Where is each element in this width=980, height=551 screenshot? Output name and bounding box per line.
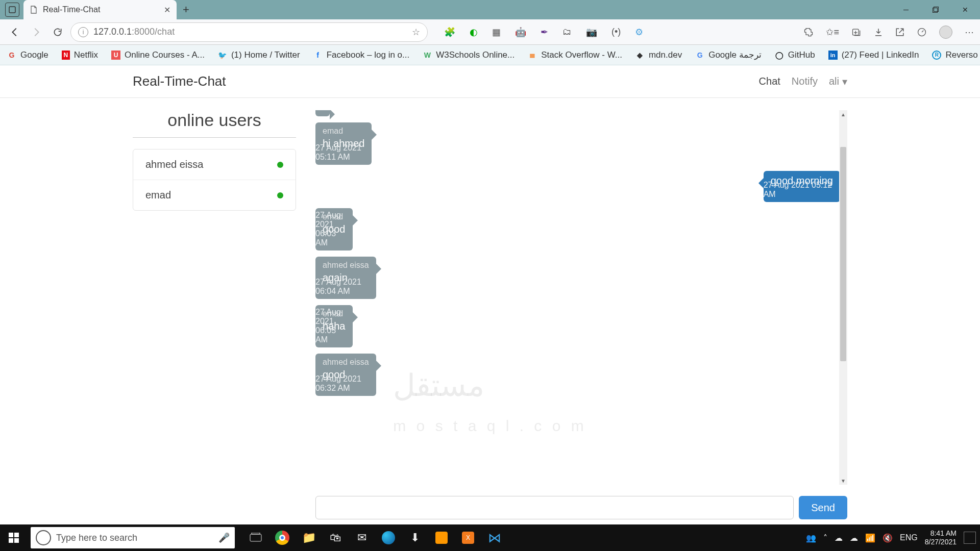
nav-chat[interactable]: Chat — [759, 76, 780, 87]
window-close-button[interactable]: ✕ — [950, 0, 980, 19]
messages-list: 27 Aug 2021 05:11 AM emad hi ahmed 27 Au… — [315, 110, 847, 485]
bookmark-github[interactable]: ◯GitHub — [775, 50, 815, 60]
taskbar-app-vscode[interactable]: ⋈ — [484, 527, 505, 548]
scroll-up-icon[interactable]: ▲ — [839, 110, 847, 118]
task-view-icon[interactable] — [245, 527, 266, 548]
extension-icon[interactable]: (•) — [611, 27, 621, 37]
refresh-button[interactable] — [49, 23, 66, 41]
tray-onedrive-icon[interactable]: ☁ — [835, 533, 843, 543]
address-bar[interactable]: i 127.0.0.1:8000/chat ☆ — [70, 22, 428, 42]
bookmark-udemy[interactable]: UOnline Courses - A... — [111, 50, 205, 60]
taskbar-app-sublime[interactable] — [431, 527, 452, 548]
profile-icon[interactable] — [939, 26, 952, 39]
tray-notifications-icon[interactable] — [964, 532, 976, 544]
message-input[interactable] — [315, 496, 794, 519]
site-info-icon[interactable]: i — [78, 27, 88, 37]
browser-tab[interactable]: Real-Time-Chat ✕ — [23, 0, 177, 19]
taskbar-app-idm[interactable]: ⬇ — [404, 527, 426, 548]
menu-icon[interactable]: ⋯ — [965, 27, 974, 38]
extension-icon[interactable]: 🗂 — [562, 27, 572, 37]
online-dot-icon — [277, 162, 283, 168]
collections-icon[interactable] — [851, 27, 862, 37]
tab-actions-icon[interactable] — [5, 3, 19, 17]
taskbar-search[interactable]: Type here to search 🎤 — [31, 527, 235, 548]
taskbar-app-chrome[interactable] — [272, 527, 293, 548]
browser-toolbar: i 127.0.0.1:8000/chat ☆ 🧩 ◐ ▦ 🤖 ✒ 🗂 📷 (•… — [0, 19, 980, 45]
bookmark-label: (27) Feed | LinkedIn — [842, 50, 919, 60]
extension-icon[interactable]: 🤖 — [515, 27, 526, 38]
udemy-icon: U — [111, 51, 120, 60]
performance-icon[interactable] — [917, 27, 927, 37]
chevron-down-icon: ▾ — [842, 76, 847, 88]
app-navbar: Real-Time-Chat Chat Notify ali ▾ — [0, 65, 980, 98]
taskbar-app-edge[interactable] — [378, 527, 399, 548]
scroll-thumb[interactable] — [840, 147, 846, 361]
message-bubble: emad hi ahmed 27 Aug 2021 05:11 AM — [315, 122, 372, 165]
google-icon: G — [7, 51, 16, 60]
nav-notify[interactable]: Notify — [792, 76, 818, 87]
tray-onedrive-icon[interactable]: ☁ — [850, 533, 858, 543]
tray-language[interactable]: ENG — [900, 533, 918, 542]
tray-wifi-icon[interactable]: 📶 — [865, 533, 875, 543]
window-minimize-button[interactable]: ─ — [891, 0, 921, 19]
tray-date: 8/27/2021 — [925, 538, 957, 546]
extensions-menu-icon[interactable] — [803, 27, 814, 37]
svg-rect-6 — [14, 533, 19, 537]
extension-icon[interactable]: ✒ — [541, 27, 548, 38]
bookmark-facebook[interactable]: fFacebook – log in o... — [313, 50, 410, 60]
share-icon[interactable] — [895, 28, 904, 37]
extension-icons: 🧩 ◐ ▦ 🤖 ✒ 🗂 📷 (•) ⚙ — [444, 27, 643, 38]
bookmark-linkedin[interactable]: in(27) Feed | LinkedIn — [828, 50, 919, 60]
extension-icon[interactable]: ▦ — [492, 27, 501, 38]
tray-chevron-icon[interactable]: ˄ — [823, 533, 827, 543]
bookmark-stackoverflow[interactable]: ≣Stack Overflow - W... — [528, 50, 622, 60]
tray-clock[interactable]: 8:41 AM 8/27/2021 — [925, 529, 957, 546]
taskbar-app-mail[interactable]: ✉ — [351, 527, 373, 548]
taskbar-app-store[interactable]: 🛍 — [325, 527, 346, 548]
taskbar-app-xampp[interactable]: X — [457, 527, 479, 548]
svg-rect-10 — [252, 533, 260, 534]
bookmark-twitter[interactable]: 🐦(1) Home / Twitter — [218, 50, 300, 60]
bookmark-w3schools[interactable]: WW3Schools Online... — [423, 50, 514, 60]
new-tab-button[interactable]: + — [183, 3, 189, 16]
mic-icon[interactable]: 🎤 — [218, 532, 230, 543]
extension-icon[interactable]: ⚙ — [635, 27, 643, 38]
bookmark-reverso[interactable]: RReverso Context | Tr... — [932, 50, 980, 60]
bookmark-netflix[interactable]: NNetflix — [62, 50, 98, 60]
bookmark-google-translate[interactable]: GGoogle ترجمة — [695, 49, 762, 60]
start-button[interactable] — [0, 524, 28, 551]
tray-volume-icon[interactable]: 🔇 — [883, 533, 893, 543]
reverso-icon: R — [932, 51, 941, 60]
scroll-down-icon[interactable]: ▼ — [839, 477, 847, 485]
bookmark-label: Facebook – log in o... — [327, 50, 410, 60]
mdn-icon: ◆ — [635, 51, 645, 60]
user-item[interactable]: emad — [133, 180, 296, 210]
user-item[interactable]: ahmed eissa — [133, 149, 296, 180]
tray-people-icon[interactable]: 👥 — [806, 533, 816, 543]
message-bubble: emad haha 27 Aug 2021 06:05 AM — [315, 305, 353, 347]
favorites-icon[interactable]: ✩≡ — [826, 27, 839, 38]
favorite-icon[interactable]: ☆ — [412, 27, 420, 38]
extension-icon[interactable]: ◐ — [470, 27, 478, 38]
tab-close-icon[interactable]: ✕ — [164, 5, 170, 15]
svg-rect-7 — [9, 538, 13, 543]
extension-icon[interactable]: 📷 — [586, 27, 597, 38]
bookmark-label: Google — [20, 50, 48, 60]
window-maximize-button[interactable] — [921, 0, 950, 19]
back-button[interactable] — [6, 23, 23, 41]
downloads-icon[interactable] — [874, 28, 883, 37]
extension-icon[interactable]: 🧩 — [444, 27, 455, 38]
sidebar: online users ahmed eissa emad — [133, 110, 296, 524]
bookmark-mdn[interactable]: ◆mdn.dev — [635, 50, 682, 60]
bookmark-label: mdn.dev — [649, 50, 682, 60]
send-button[interactable]: Send — [799, 496, 847, 519]
bookmark-google[interactable]: GGoogle — [7, 50, 48, 60]
forward-button[interactable] — [28, 23, 45, 41]
scrollbar[interactable]: ▲ ▼ — [839, 110, 847, 485]
facebook-icon: f — [313, 51, 323, 60]
user-name: emad — [145, 189, 171, 201]
message-time: 27 Aug 2021 06:05 AM — [315, 308, 346, 344]
nav-user-dropdown[interactable]: ali ▾ — [829, 76, 847, 88]
message-bubble: ahmed eissa good 27 Aug 2021 06:32 AM — [315, 354, 376, 396]
taskbar-app-explorer[interactable]: 📁 — [298, 527, 320, 548]
